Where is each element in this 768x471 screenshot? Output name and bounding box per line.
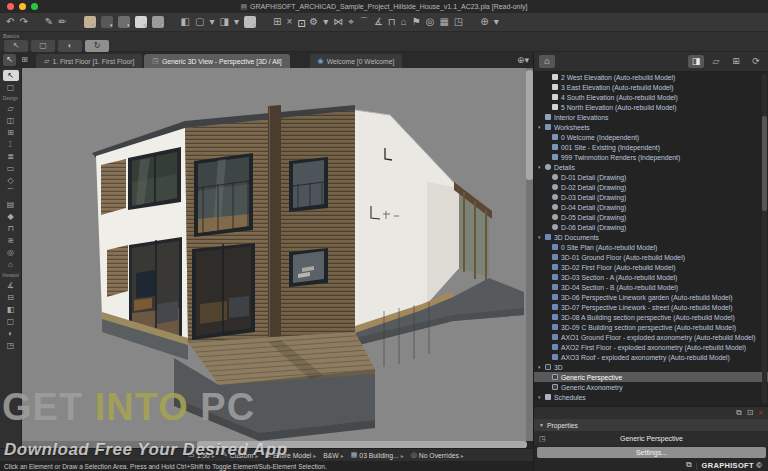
camera-tool[interactable]: ◳ — [3, 340, 19, 351]
pen-set-selector[interactable]: ✎Custom▸ — [222, 451, 258, 459]
tree-item-3d-09-c-building-section-perspective-auto-rebuild-model[interactable]: 3D-09 C Building section perspective (Au… — [534, 322, 768, 332]
expander-icon[interactable]: ▾ — [538, 364, 545, 370]
navigator-scrollbar-thumb[interactable] — [762, 116, 767, 211]
settings-button[interactable]: Settings... — [537, 447, 766, 458]
marquee-tool[interactable]: ▢ — [3, 82, 19, 93]
expander-icon[interactable]: ▾ — [538, 234, 545, 240]
tree-item-d-03-detail-drawing[interactable]: D-03 Detail (Drawing) — [534, 192, 768, 202]
group-icon[interactable]: ◎ — [426, 17, 435, 27]
tree-item-3d-08-a-building-section-perspective-auto-rebuild-model[interactable]: 3D-08 A Building section perspective (Au… — [534, 312, 768, 322]
curtain-wall-tool[interactable]: ▤ — [3, 199, 19, 210]
new-viewpoint-icon[interactable]: ⊞ — [728, 55, 744, 68]
tree-item-0-site-plan-auto-rebuild-model[interactable]: 0 Site Plan (Auto-rebuild Model) — [534, 242, 768, 252]
float-panel-icon[interactable]: ⊡ — [747, 409, 754, 417]
favorite-roof-button[interactable]: ▾ — [118, 16, 130, 28]
layer-combination-selector[interactable]: ▦03 Building...▸ — [351, 451, 404, 459]
tree-item-generic-axonometry[interactable]: Generic Axonometry — [534, 382, 768, 392]
close-panel-icon[interactable]: × — [758, 409, 763, 417]
tree-item-3d-07-perspective-linework-street-auto-rebuild-model[interactable]: 3D-07 Perspective Linework - street (Aut… — [534, 302, 768, 312]
trim-icon[interactable]: ⌒ — [359, 17, 369, 27]
tree-item-d-02-detail-drawing[interactable]: D-02 Detail (Drawing) — [534, 182, 768, 192]
undo-icon[interactable]: ↶ — [6, 17, 14, 27]
dock-panel-icon[interactable]: ⧉ — [736, 409, 742, 417]
tab-options-icon[interactable]: ⊕ — [517, 56, 525, 65]
expander-icon[interactable]: ▾ — [538, 124, 545, 130]
tree-item-axo3-roof-exploded-axonometry-auto-rebuild-model[interactable]: AXO3 Roof - exploded axonometry (Auto-re… — [534, 352, 768, 362]
properties-header[interactable]: ▼ Properties — [534, 419, 768, 431]
zoom-window-button[interactable] — [31, 3, 38, 10]
caret-icon[interactable]: ▾ — [494, 17, 499, 27]
fillet-icon[interactable]: ⊓ — [388, 17, 396, 27]
horizontal-scrollbar[interactable] — [22, 441, 526, 448]
tree-item-3d-documents[interactable]: ▾3D Documents — [534, 232, 768, 242]
open-folder-icon[interactable]: ▱ — [708, 55, 724, 68]
model-filter-selector[interactable]: ⊞Entire Model▸ — [265, 451, 316, 459]
morph-tool[interactable]: ◆ — [3, 211, 19, 222]
home-icon[interactable]: ⌂ — [401, 17, 407, 27]
stair-tool[interactable]: ⊓ — [3, 223, 19, 234]
magnet-icon[interactable]: ⋈ — [333, 17, 343, 27]
3d-viewport[interactable] — [22, 68, 533, 441]
caret-icon[interactable]: ▾ — [323, 17, 328, 27]
marquee-tool-button[interactable]: ▢ — [31, 40, 55, 52]
pan-icon[interactable]: ⊕ — [480, 17, 488, 27]
grid-icon[interactable]: ⊞ — [273, 17, 281, 27]
horizontal-scrollbar-thumb[interactable] — [197, 441, 527, 448]
tree-item-5-north-elevation-auto-rebuild-model[interactable]: 5 North Elevation (Auto-rebuild Model) — [534, 102, 768, 112]
tree-item-3d-03-section-a-auto-rebuild-model[interactable]: 3D-03 Section - A (Auto-rebuild Model) — [534, 272, 768, 282]
tree-item-d-06-detail-drawing[interactable]: D-06 Detail (Drawing) — [534, 222, 768, 232]
sync-icon[interactable]: ⟳ — [748, 55, 764, 68]
tree-item-3d-04-section-b-auto-rebuild-model[interactable]: 3D-04 Section - B (Auto-rebuild Model) — [534, 282, 768, 292]
favorite-zone-button[interactable]: ▾ — [152, 16, 164, 28]
vertical-scrollbar[interactable] — [526, 68, 533, 441]
tree-item-d-01-detail-drawing[interactable]: D-01 Detail (Drawing) — [534, 172, 768, 182]
tree-item-d-05-detail-drawing[interactable]: D-05 Detail (Drawing) — [534, 212, 768, 222]
tree-item-d-04-detail-drawing[interactable]: D-04 Detail (Drawing) — [534, 202, 768, 212]
rebuild-button[interactable]: ↻ — [85, 40, 109, 52]
shell-tool[interactable]: ⌒ — [3, 187, 19, 198]
overrides-selector[interactable]: ◎No Overrides▸ — [411, 451, 464, 459]
flag-icon[interactable]: ⚑ — [412, 17, 421, 27]
vertical-scrollbar-thumb[interactable] — [526, 70, 533, 180]
tree-item-001-site-existing-independent[interactable]: 001 Site - Existing (Independent) — [534, 142, 768, 152]
tab-welcome-0-welcome[interactable]: ◉Welcome [0 Welcome] — [310, 54, 403, 68]
collapse-icon[interactable]: ▼ — [539, 422, 544, 428]
railing-tool[interactable]: ≋ — [3, 235, 19, 246]
tree-item-schedules[interactable]: ▾Schedules — [534, 392, 768, 402]
object-tool[interactable]: ◎ — [3, 247, 19, 258]
layers-icon[interactable]: ▦ — [439, 17, 448, 27]
tab-generic-3d-view-perspective-3d-all[interactable]: ◳Generic 3D View - Perspective [3D / All… — [144, 54, 289, 68]
interior-elevation-tool[interactable]: ◧ — [3, 304, 19, 315]
tree-item-4-south-elevation-auto-rebuild-model[interactable]: 4 South Elevation (Auto-rebuild Model) — [534, 92, 768, 102]
tree-item-axo2-first-floor-exploded-axonometry-auto-rebuild-model[interactable]: AXO2 First Floor - exploded axonometry (… — [534, 342, 768, 352]
slab-tool[interactable]: ▭ — [3, 163, 19, 174]
select-similar-button[interactable]: ◐ — [58, 40, 82, 52]
roof-tool[interactable]: ◇ — [3, 175, 19, 186]
tree-item-details[interactable]: ▾Details — [534, 162, 768, 172]
redo-icon[interactable]: ↷ — [19, 17, 27, 27]
grid-snap-icon[interactable]: ⊡ — [297, 19, 304, 26]
favorite-slab-button[interactable]: ▾ — [101, 16, 113, 28]
tree-item-2-west-elevation-auto-rebuild-model[interactable]: 2 West Elevation (Auto-rebuild Model) — [534, 72, 768, 82]
project-chooser-icon[interactable]: ⌂ — [539, 55, 555, 68]
expander-icon[interactable]: ▾ — [538, 164, 545, 170]
camera-icon[interactable]: ◳ — [454, 17, 463, 27]
pen-icon[interactable]: ✏ — [58, 17, 66, 27]
caret-icon[interactable]: ▾ — [524, 56, 529, 65]
tree-item-3d-01-ground-floor-auto-rebuild-model[interactable]: 3D-01 Ground Floor (Auto-rebuild Model) — [534, 252, 768, 262]
brush-icon[interactable]: ✎ — [45, 17, 53, 27]
favorite-wall-button[interactable]: ▾ — [84, 16, 96, 28]
tree-item-worksheets[interactable]: ▾Worksheets — [534, 122, 768, 132]
favorite-object-button[interactable]: ▾ — [135, 16, 147, 28]
elevation-tool[interactable]: ⊟ — [3, 292, 19, 303]
window-tool[interactable]: ⊞ — [3, 127, 19, 138]
expander-icon[interactable]: ▾ — [538, 394, 545, 400]
eraser-icon[interactable]: ◧ — [181, 17, 190, 27]
door-tool[interactable]: ◫ — [3, 115, 19, 126]
detail-tool[interactable]: ◐ — [3, 328, 19, 339]
tree-item-3d[interactable]: ▾3D — [534, 362, 768, 372]
tree-item-axo1-ground-floor-exploded-axonometry-auto-rebuild-model[interactable]: AXO1 Ground Floor - exploded axonometry … — [534, 332, 768, 342]
caret-icon[interactable]: ▾ — [234, 17, 239, 27]
pointer-icon[interactable]: ↖ — [3, 54, 16, 66]
mask-icon[interactable]: ◨ — [220, 17, 229, 27]
